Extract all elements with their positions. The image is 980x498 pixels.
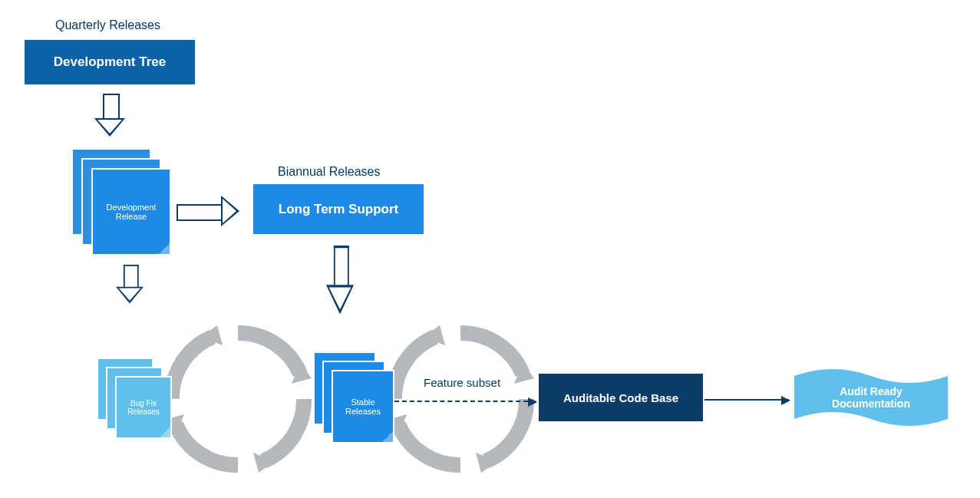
- header-quarterly: Quarterly Releases: [55, 18, 160, 32]
- node-audit-doc-ribbon: Audit Ready Documentation: [794, 367, 948, 428]
- node-development-tree: Development Tree: [25, 40, 195, 84]
- node-audit-doc-label: Audit Ready Documentation: [794, 367, 948, 428]
- node-lts: Long Term Support: [253, 184, 424, 234]
- node-auditable: Auditable Code Base: [539, 374, 703, 421]
- arrow-right-icon: [177, 196, 246, 226]
- card-bugfix-front: Bug Fix Releases: [117, 378, 170, 437]
- arrow-down-icon: [116, 265, 144, 306]
- diagram-canvas: Quarterly Releases Biannual Releases Dev…: [0, 0, 980, 498]
- cycle-arrows-icon: [384, 322, 537, 476]
- arrow-down-icon: [94, 94, 125, 140]
- card-dev-release-front: Development Release: [93, 170, 170, 254]
- solid-arrow-icon: [704, 399, 789, 401]
- label-feature-subset: Feature subset: [424, 376, 500, 389]
- dashed-arrow-icon: [394, 401, 536, 402]
- arrow-down-icon: [326, 246, 354, 319]
- cycle-arrows-icon: [161, 322, 315, 476]
- header-biannual: Biannual Releases: [278, 165, 380, 179]
- card-stable-front: Stable Releases: [333, 371, 393, 442]
